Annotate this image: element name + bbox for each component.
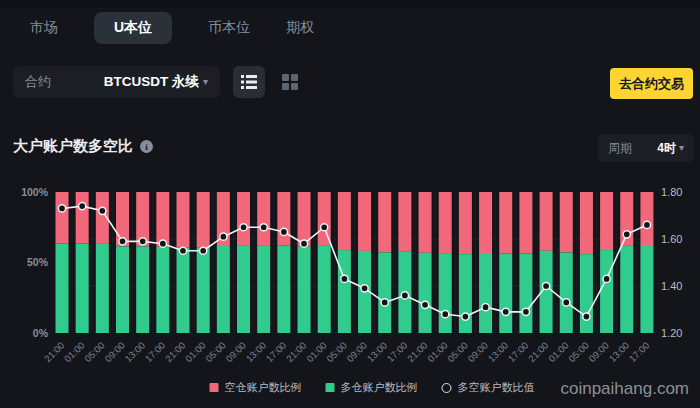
svg-text:09:00: 09:00 [102, 340, 127, 365]
svg-text:09:00: 09:00 [465, 340, 490, 365]
svg-text:17:00: 17:00 [385, 340, 410, 365]
main-tabs: 市场 U本位 币本位 期权 [30, 12, 314, 44]
svg-text:21:00: 21:00 [42, 340, 67, 365]
period-selector[interactable]: 周期 4时 ▾ [598, 134, 694, 162]
svg-text:05:00: 05:00 [203, 340, 228, 365]
legend-item-short-ratio[interactable]: 空仓账户数比例 [210, 380, 302, 395]
svg-text:1.60: 1.60 [661, 233, 682, 245]
tab-market[interactable]: 市场 [30, 19, 58, 37]
list-view-button[interactable] [233, 66, 265, 98]
short-ratio-swatch [210, 383, 219, 392]
svg-text:09:00: 09:00 [223, 340, 248, 365]
info-icon[interactable]: i [140, 140, 153, 153]
svg-text:01:00: 01:00 [183, 340, 208, 365]
list-view-icon [241, 75, 257, 89]
period-value: 4时 ▾ [657, 140, 684, 157]
svg-text:05:00: 05:00 [566, 340, 591, 365]
svg-text:1.80: 1.80 [661, 186, 682, 198]
long-ratio-swatch [326, 383, 335, 392]
long-short-ratio-chart[interactable]: 100%50%0%1.801.601.401.2021:0001:0005:00… [0, 185, 700, 375]
svg-text:01:00: 01:00 [304, 340, 329, 365]
svg-text:09:00: 09:00 [586, 340, 611, 365]
svg-text:17:00: 17:00 [506, 340, 531, 365]
svg-text:05:00: 05:00 [324, 340, 349, 365]
svg-text:05:00: 05:00 [445, 340, 470, 365]
ls-value-marker [442, 383, 452, 393]
svg-text:100%: 100% [21, 186, 49, 198]
svg-text:13:00: 13:00 [244, 340, 269, 365]
svg-text:09:00: 09:00 [344, 340, 369, 365]
tab-usdm[interactable]: U本位 [94, 12, 172, 44]
svg-text:01:00: 01:00 [62, 340, 87, 365]
svg-text:17:00: 17:00 [627, 340, 652, 365]
svg-text:1.20: 1.20 [661, 327, 682, 339]
svg-text:17:00: 17:00 [264, 340, 289, 365]
svg-text:21:00: 21:00 [526, 340, 551, 365]
section-header: 大户账户数多空比 i [13, 137, 153, 156]
top-strip [0, 0, 700, 8]
grid-view-button[interactable] [276, 68, 304, 96]
go-to-trade-button[interactable]: 去合约交易 [610, 68, 693, 99]
svg-text:1.40: 1.40 [661, 280, 682, 292]
svg-text:21:00: 21:00 [163, 340, 188, 365]
svg-text:13:00: 13:00 [123, 340, 148, 365]
tab-coinm[interactable]: 币本位 [208, 19, 250, 37]
period-label: 周期 [608, 140, 632, 157]
svg-text:13:00: 13:00 [607, 340, 632, 365]
contract-pair-selector[interactable]: 合约 BTCUSDT 永续 ▾ [13, 66, 220, 98]
chart-legend: 空仓账户数比例 多仓账户数比例 多空账户数比值 [210, 380, 535, 395]
svg-text:17:00: 17:00 [143, 340, 168, 365]
pair-value: BTCUSDT 永续 ▾ [104, 73, 208, 91]
svg-text:05:00: 05:00 [82, 340, 107, 365]
svg-text:21:00: 21:00 [284, 340, 309, 365]
tab-options[interactable]: 期权 [286, 19, 314, 37]
chevron-down-icon: ▾ [679, 143, 684, 153]
page-title: 大户账户数多空比 [13, 137, 133, 156]
watermark: coinpaihang.com [560, 379, 689, 399]
svg-text:13:00: 13:00 [486, 340, 511, 365]
legend-item-ls-value[interactable]: 多空账户数比值 [442, 380, 535, 395]
grid-view-icon [282, 74, 298, 90]
chart-canvas[interactable]: 100%50%0%1.801.601.401.2021:0001:0005:00… [0, 185, 700, 375]
contract-label: 合约 [25, 73, 51, 91]
svg-text:01:00: 01:00 [546, 340, 571, 365]
svg-text:13:00: 13:00 [365, 340, 390, 365]
legend-item-long-ratio[interactable]: 多仓账户数比例 [326, 380, 418, 395]
svg-text:0%: 0% [33, 327, 49, 339]
svg-text:01:00: 01:00 [425, 340, 450, 365]
svg-text:21:00: 21:00 [405, 340, 430, 365]
svg-text:50%: 50% [27, 256, 49, 268]
chevron-down-icon: ▾ [203, 77, 208, 87]
